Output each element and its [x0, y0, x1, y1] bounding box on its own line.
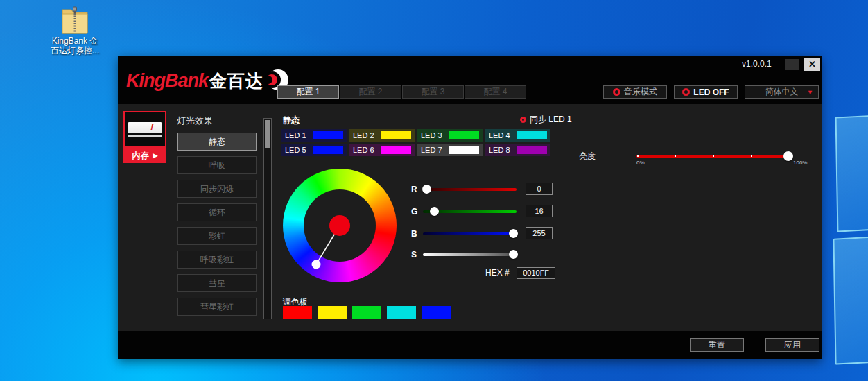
music-mode-label: 音乐模式: [624, 86, 657, 98]
brightness-slider: 0% 100%: [636, 153, 789, 167]
footer-bar: 重置 应用: [118, 331, 822, 359]
effect-comet-button[interactable]: 彗星: [177, 274, 257, 292]
led-off-label: LED OFF: [693, 87, 729, 97]
effect-static-button[interactable]: 静态: [177, 133, 257, 151]
led-3-cell[interactable]: LED 3: [417, 129, 483, 142]
brightness-tick: [713, 155, 714, 157]
brightness-tick: [751, 155, 752, 157]
slider-row-s: S: [411, 248, 572, 262]
led-6-cell[interactable]: LED 6: [349, 144, 415, 156]
device-memory-thumbnail[interactable]: ʃ: [123, 111, 166, 148]
led-2-cell[interactable]: LED 2: [349, 129, 415, 142]
led-5-cell[interactable]: LED 5: [281, 144, 347, 156]
palette-swatch-red[interactable]: [283, 306, 312, 319]
led-5-swatch: [313, 146, 343, 154]
close-icon: ✕: [808, 59, 816, 69]
effects-scrollbar[interactable]: [263, 118, 272, 319]
device-memory-label-bar[interactable]: 内存 ▶: [123, 148, 166, 163]
effect-breathing-button[interactable]: 呼吸: [177, 156, 257, 174]
led-8-cell[interactable]: LED 8: [485, 144, 550, 156]
brightness-thumb[interactable]: [783, 151, 793, 161]
led-7-cell[interactable]: LED 7: [417, 144, 483, 156]
led-3-swatch: [449, 131, 479, 139]
hex-label: HEX #: [485, 268, 510, 278]
desktop-icon-kingbank-zip[interactable]: KingBank 金 百达灯条控...: [43, 6, 107, 56]
effect-breathing-rainbow-button[interactable]: 呼吸彩虹: [177, 251, 257, 269]
palette-swatch-yellow[interactable]: [318, 306, 347, 319]
effect-rainbow-button[interactable]: 彩虹: [177, 227, 257, 245]
led-off-indicator-icon: [682, 88, 690, 96]
device-label: 内存: [132, 150, 149, 162]
slider-g-thumb[interactable]: [430, 207, 439, 216]
slider-row-g: G 16: [411, 205, 572, 219]
slider-b-track[interactable]: [423, 232, 517, 235]
current-mode-label: 静态: [283, 115, 300, 126]
minimize-button[interactable]: _: [785, 59, 799, 70]
slider-g-track[interactable]: [423, 210, 517, 213]
brightness-max-label: 100%: [793, 160, 807, 166]
effects-title: 灯光效果: [177, 115, 213, 127]
slider-s-label: S: [411, 250, 417, 260]
scrollbar-thumb[interactable]: [265, 120, 270, 148]
desktop-icon-label: 百达灯条控...: [43, 46, 107, 56]
brightness-label: 亮度: [579, 151, 596, 162]
slider-b-label: B: [411, 229, 417, 239]
slider-b-thumb[interactable]: [509, 229, 518, 238]
hue-color-wheel[interactable]: [283, 169, 397, 282]
led-8-swatch: [517, 146, 547, 154]
ram-brand-mark: ʃ: [151, 123, 153, 130]
led-1-swatch: [313, 131, 343, 139]
effects-list: 静态 呼吸 同步闪烁 循环 彩虹 呼吸彩虹 彗星 彗星彩虹: [177, 133, 257, 316]
tab-config-2[interactable]: 配置 2: [340, 85, 401, 99]
slider-r-value[interactable]: 0: [526, 183, 553, 195]
led-3-label: LED 3: [421, 131, 442, 139]
led-off-button[interactable]: LED OFF: [674, 85, 738, 99]
language-dropdown[interactable]: 简体中文 ▼: [745, 85, 819, 99]
ram-pcb-edge: [128, 135, 162, 137]
reset-button[interactable]: 重置: [690, 338, 744, 352]
brand-name-en: KingBank: [126, 70, 208, 92]
apply-button[interactable]: 应用: [765, 338, 819, 352]
music-mode-button[interactable]: 音乐模式: [603, 85, 667, 99]
close-button[interactable]: ✕: [804, 58, 820, 71]
tab-config-3[interactable]: 配置 3: [402, 85, 464, 99]
wallpaper-window-pane: [835, 115, 868, 232]
slider-row-r: R 0: [411, 183, 572, 197]
slider-s-thumb[interactable]: [509, 250, 518, 259]
led-4-swatch: [517, 131, 547, 139]
slider-r-track[interactable]: [423, 188, 517, 191]
tab-config-4[interactable]: 配置 4: [465, 85, 526, 99]
radio-ring-icon: [520, 117, 526, 123]
led-6-label: LED 6: [353, 146, 374, 154]
minimize-icon: _: [790, 59, 794, 67]
slider-g-value[interactable]: 16: [526, 205, 553, 217]
palette-swatch-blue[interactable]: [422, 306, 451, 319]
effect-comet-rainbow-button[interactable]: 彗星彩虹: [177, 298, 257, 316]
led-4-cell[interactable]: LED 4: [485, 129, 550, 142]
slider-g-label: G: [411, 207, 417, 217]
palette-row: [283, 306, 451, 319]
brightness-tick: [637, 155, 639, 157]
effect-cycle-button[interactable]: 循环: [177, 203, 257, 221]
music-mode-indicator-icon: [613, 88, 620, 96]
wheel-selector-overlay: [283, 169, 397, 282]
brightness-min-label: 0%: [636, 160, 645, 166]
led-1-cell[interactable]: LED 1: [281, 129, 347, 142]
tab-config-1[interactable]: 配置 1: [277, 85, 339, 99]
slider-s-track[interactable]: [423, 253, 517, 256]
slider-b-value[interactable]: 255: [526, 227, 553, 239]
effect-sync-flash-button[interactable]: 同步闪烁: [177, 180, 257, 198]
sync-led1-radio[interactable]: 同步 LED 1: [520, 114, 572, 126]
led-8-label: LED 8: [489, 146, 510, 154]
led-5-label: LED 5: [285, 146, 306, 154]
led-6-swatch: [381, 146, 411, 154]
palette-swatch-green[interactable]: [352, 306, 381, 319]
version-text: v1.0.0.1: [742, 59, 772, 69]
ram-stick-image: ʃ: [128, 122, 162, 133]
hex-input[interactable]: 0010FF: [517, 267, 555, 279]
slider-r-label: R: [411, 185, 417, 194]
led-2-label: LED 2: [353, 131, 374, 139]
palette-swatch-cyan[interactable]: [387, 306, 416, 319]
led-4-label: LED 4: [489, 131, 510, 139]
slider-r-thumb[interactable]: [422, 185, 431, 194]
